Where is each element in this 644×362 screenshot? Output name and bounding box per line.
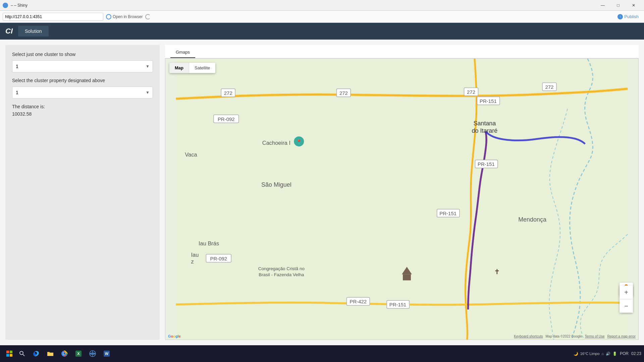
report-link[interactable]: Report a map error [607, 335, 636, 338]
taskbar-app-folder[interactable] [44, 347, 57, 360]
map-container[interactable]: PR-092 272 272 272 PR-151 PR-151 PR-15 [165, 58, 639, 340]
svg-rect-40 [6, 351, 9, 353]
svg-text:272: 272 [224, 90, 232, 96]
zoom-in-button[interactable]: + [620, 286, 633, 299]
svg-text:📍: 📍 [296, 139, 302, 145]
svg-text:✝: ✝ [494, 268, 500, 276]
cluster-label: Select just one cluster to show [12, 52, 153, 57]
url-input[interactable] [3, 13, 103, 21]
svg-text:PR-151: PR-151 [389, 302, 407, 307]
taskbar-app-chrome[interactable] [58, 347, 71, 360]
svg-rect-42 [6, 354, 9, 357]
svg-text:do Itararé: do Itararé [472, 127, 498, 134]
map-tab-gmaps[interactable]: Gmaps [170, 48, 195, 58]
app-logo: CI [5, 27, 13, 36]
start-button[interactable] [3, 347, 16, 360]
zoom-controls: + − [620, 286, 633, 313]
map-type-satellite-button[interactable]: Satellite [189, 63, 215, 73]
window-title: – – Shiny [11, 3, 28, 8]
svg-rect-0 [176, 59, 628, 340]
svg-text:X: X [77, 352, 80, 356]
svg-rect-35 [403, 274, 411, 280]
cluster-select-wrapper: 1 2 3 ▼ [12, 60, 153, 72]
svg-text:272: 272 [545, 84, 553, 90]
keyboard-shortcuts-link[interactable]: Keyboard shortcuts [514, 335, 543, 338]
weather-icon: 🌙 [574, 352, 578, 356]
google-logo: Google [168, 334, 181, 338]
svg-text:São Miguel: São Miguel [261, 181, 291, 188]
taskbar: X W 🌙 16°C Limpo ⌂ 🔊 🔋 [0, 345, 644, 362]
app-header: CI Solution [0, 23, 644, 40]
title-bar-left: – – Shiny [3, 3, 28, 8]
svg-point-49 [63, 353, 65, 355]
svg-text:Iau Brás: Iau Brás [199, 240, 219, 246]
tray-icons: 🌙 16°C Limpo ⌂ 🔊 🔋 [574, 352, 617, 356]
svg-rect-46 [47, 353, 53, 356]
map-data-label: Map data ©2022 Google [545, 335, 582, 338]
taskbar-right: 🌙 16°C Limpo ⌂ 🔊 🔋 POR 02:23 [574, 351, 641, 356]
address-bar: Open in Browser ↑ Publish [0, 11, 644, 23]
minimize-button[interactable]: — [595, 0, 610, 11]
property-select-wrapper: 1 2 3 ▼ [12, 86, 153, 99]
title-bar: – – Shiny — □ ✕ [0, 0, 644, 11]
publish-label: Publish [624, 14, 639, 19]
svg-text:Iau: Iau [191, 252, 199, 258]
map-area: Gmaps [165, 45, 639, 340]
refresh-icon[interactable] [145, 14, 151, 19]
nav-tab-solution[interactable]: Solution [18, 26, 49, 37]
property-select[interactable]: 1 2 3 [12, 86, 153, 99]
taskbar-app-network[interactable] [86, 347, 99, 360]
language-indicator: POR [620, 351, 629, 356]
property-label: Select the cluster property designated a… [12, 78, 153, 83]
open-in-browser-button[interactable]: Open in Browser [106, 14, 143, 19]
svg-rect-41 [10, 351, 12, 353]
distance-section: The distance is: 10032.58 [12, 104, 153, 117]
svg-rect-43 [10, 354, 12, 357]
taskbar-app-edge[interactable] [30, 347, 43, 360]
taskbar-search-button[interactable] [16, 348, 28, 360]
svg-text:272: 272 [339, 90, 348, 96]
svg-text:PR-151: PR-151 [480, 98, 497, 104]
distance-label: The distance is: [12, 104, 153, 109]
svg-text:PR-092: PR-092 [210, 256, 227, 261]
svg-text:PR-092: PR-092 [218, 116, 235, 122]
app-icon [3, 3, 8, 8]
svg-text:z: z [191, 258, 194, 264]
map-type-controls: Map Satellite [169, 63, 215, 73]
svg-text:272: 272 [467, 89, 475, 95]
svg-text:Cachoeira I: Cachoeira I [262, 140, 290, 146]
speaker-icon: 🔊 [606, 352, 610, 356]
publish-button[interactable]: ↑ Publish [615, 13, 641, 21]
open-in-browser-label: Open in Browser [113, 14, 143, 19]
network-icon: ⌂ [601, 352, 604, 356]
svg-text:Vaca: Vaca [185, 152, 197, 158]
maximize-button[interactable]: □ [610, 0, 626, 11]
svg-text:W: W [105, 352, 109, 356]
close-button[interactable]: ✕ [626, 0, 641, 11]
zoom-out-button[interactable]: − [620, 299, 633, 313]
svg-text:PR-151: PR-151 [439, 210, 457, 216]
map-type-map-button[interactable]: Map [169, 63, 189, 73]
browser-icon [106, 14, 111, 19]
window-controls: — □ ✕ [595, 0, 641, 11]
distance-value: 10032.58 [12, 111, 153, 117]
cluster-select[interactable]: 1 2 3 [12, 60, 153, 72]
svg-text:PR-422: PR-422 [350, 299, 367, 304]
cluster-section: Select just one cluster to show 1 2 3 ▼ [12, 52, 153, 72]
svg-text:Brasil - Fazenda Velha: Brasil - Fazenda Velha [259, 272, 304, 277]
map-footer: Keyboard shortcuts Map data ©2022 Google… [514, 335, 636, 338]
taskbar-apps: X W [30, 347, 113, 360]
map-svg: PR-092 272 272 272 PR-151 PR-151 PR-15 [165, 59, 638, 340]
svg-point-44 [20, 351, 23, 355]
property-section: Select the cluster property designated a… [12, 78, 153, 99]
svg-text:PR-151: PR-151 [478, 161, 495, 167]
svg-line-45 [23, 354, 24, 356]
publish-icon: ↑ [618, 14, 623, 19]
terms-link[interactable]: Terms of Use [585, 335, 605, 338]
svg-text:Congregação Cristã no: Congregação Cristã no [258, 266, 305, 271]
battery-icon: 🔋 [612, 352, 617, 356]
taskbar-app-excel[interactable]: X [72, 347, 85, 360]
svg-text:Santana: Santana [473, 120, 496, 127]
taskbar-app-word[interactable]: W [100, 347, 113, 360]
sidebar: Select just one cluster to show 1 2 3 ▼ … [5, 45, 160, 340]
